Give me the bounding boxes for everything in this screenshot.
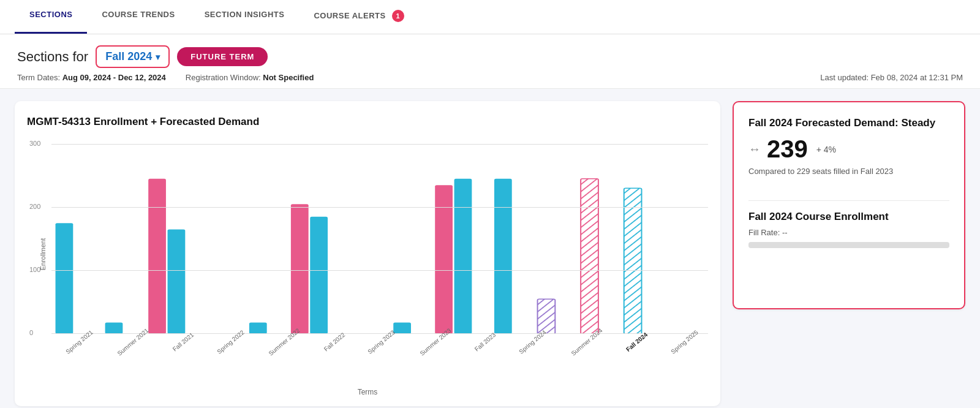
chart-card: MGMT-54313 Enrollment + Forecasted Deman… [15, 101, 720, 406]
tab-course-alerts[interactable]: COURSE ALERTS 1 [299, 0, 418, 34]
page-title: Sections for [17, 49, 88, 65]
demand-section: Fall 2024 Forecasted Demand: Steady ↔ 23… [748, 117, 949, 176]
fill-rate-bar-background [748, 242, 949, 248]
main-content: MGMT-54313 Enrollment + Forecasted Deman… [0, 89, 980, 408]
term-dates: Term Dates: Aug 09, 2024 - Dec 12, 2024 [17, 73, 166, 82]
enrollment-section: Fall 2024 Course Enrollment Fill Rate: -… [748, 211, 949, 248]
demand-row: ↔ 239 + 4% [748, 135, 949, 163]
y-axis-label: Enrollment [39, 238, 47, 271]
demand-change: + 4% [816, 145, 836, 154]
enrollment-title: Fall 2024 Course Enrollment [748, 211, 949, 223]
nav-tabs: SECTIONS COURSE TRENDS SECTION INSIGHTS … [0, 0, 980, 34]
x-label-fall2023: Fall 2023 [473, 331, 497, 353]
tab-section-insights[interactable]: SECTION INSIGHTS [190, 0, 300, 34]
svg-rect-6 [310, 217, 328, 334]
x-label-fall2021: Fall 2021 [172, 331, 195, 353]
x-axis-label: Terms [27, 388, 708, 396]
svg-rect-2 [148, 179, 166, 334]
x-label-fall2022: Fall 2022 [322, 331, 346, 353]
svg-rect-11 [538, 299, 556, 334]
svg-rect-12 [581, 179, 598, 334]
svg-rect-13 [624, 188, 642, 334]
demand-number: 239 [767, 135, 808, 163]
tab-course-trends[interactable]: COURSE TRENDS [87, 0, 189, 34]
last-updated: Last updated: Feb 08, 2024 at 12:31 PM [820, 73, 963, 82]
svg-rect-3 [168, 230, 186, 334]
svg-rect-1 [105, 322, 123, 334]
bar-chart [51, 144, 708, 334]
fill-rate: Fill Rate: -- [748, 228, 949, 237]
svg-rect-9 [454, 179, 472, 334]
future-term-button[interactable]: FUTURE TERM [177, 47, 268, 66]
tab-sections[interactable]: SECTIONS [15, 0, 87, 34]
info-card: Fall 2024 Forecasted Demand: Steady ↔ 23… [733, 101, 965, 309]
demand-title: Fall 2024 Forecasted Demand: Steady [748, 117, 949, 129]
section-divider [748, 200, 949, 201]
svg-rect-5 [291, 204, 309, 334]
dropdown-arrow-icon: ▾ [156, 52, 160, 62]
demand-sub: Compared to 229 seats filled in Fall 202… [748, 167, 949, 176]
svg-rect-4 [249, 322, 267, 334]
chart-title: MGMT-54313 Enrollment + Forecasted Deman… [27, 116, 708, 128]
steady-icon: ↔ [748, 142, 761, 156]
svg-rect-0 [56, 223, 74, 334]
header-area: Sections for Fall 2024 ▾ FUTURE TERM Ter… [0, 34, 980, 89]
x-label-fall2024: Fall 2024 [625, 331, 649, 353]
registration-window: Registration Window: Not Specified [186, 73, 314, 82]
svg-rect-8 [435, 185, 453, 334]
term-dropdown[interactable]: Fall 2024 ▾ [96, 45, 170, 68]
svg-rect-10 [494, 179, 512, 334]
svg-rect-7 [393, 322, 411, 334]
course-alerts-badge: 1 [392, 10, 404, 22]
